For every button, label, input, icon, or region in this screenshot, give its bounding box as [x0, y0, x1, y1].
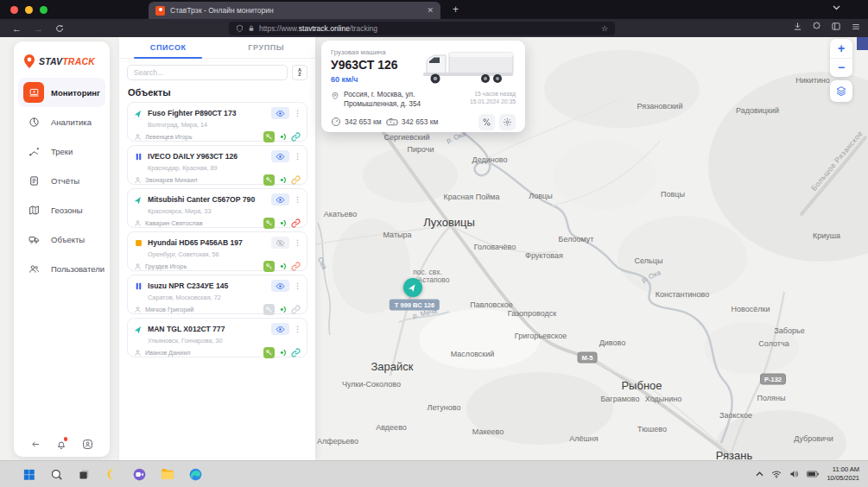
vehicle-list-panel: СПИСОК ГРУППЫ AZ Объекты Fuso Fighter Р8… [119, 37, 315, 460]
sidebar-item-monitoring[interactable]: Мониторинг [18, 78, 105, 107]
search-input[interactable] [127, 65, 288, 80]
more-menu-icon[interactable]: ⋮ [294, 195, 301, 204]
sidebar-item-objects[interactable]: Объекты [18, 225, 105, 254]
bookmark-star-icon[interactable]: ☆ [601, 24, 608, 33]
tab-groups[interactable]: ГРУППЫ [218, 37, 316, 58]
vehicle-marker[interactable] [403, 278, 422, 297]
engine-km-stat: 342 653 км [386, 117, 439, 127]
ignition-icon[interactable] [278, 175, 288, 185]
tracking-shield-icon[interactable] [236, 24, 244, 33]
ignition-icon[interactable] [278, 305, 288, 314]
maximize-window-button[interactable] [40, 6, 48, 14]
sidebar-item-geozones[interactable]: Геозоны [18, 195, 105, 225]
connection-link-icon[interactable] [291, 218, 301, 228]
video-call-app-icon[interactable] [133, 468, 146, 481]
map-label: Солотча [758, 339, 789, 348]
vehicle-address: Оренбург, Советская, 56 [148, 250, 301, 258]
visibility-toggle-eye-icon[interactable] [271, 150, 289, 162]
visibility-toggle-eye-icon[interactable] [271, 107, 289, 119]
vehicle-card[interactable]: Fuso Fighter Р890СТ 173 ⋮ Волгоград, Мир… [127, 102, 307, 142]
collapse-sidebar-button[interactable] [30, 440, 41, 449]
more-menu-icon[interactable]: ⋮ [294, 238, 301, 247]
close-window-button[interactable] [10, 6, 18, 14]
vehicle-address: Россия, г. Москва, ул.Промышленная, д. 3… [344, 90, 466, 109]
window-controls[interactable] [10, 6, 48, 14]
connection-link-icon[interactable] [291, 348, 301, 357]
visibility-toggle-eye-icon[interactable] [271, 237, 289, 249]
battery-icon[interactable] [807, 471, 819, 478]
notifications-bell-icon[interactable] [56, 439, 67, 450]
section-title: Объекты [119, 85, 315, 102]
connection-link-icon[interactable] [291, 262, 301, 271]
volume-icon[interactable] [789, 470, 799, 478]
tray-chevron-icon[interactable] [756, 471, 763, 477]
downloads-button[interactable] [793, 22, 802, 31]
ignition-icon[interactable] [278, 218, 288, 228]
task-view-icon[interactable] [78, 468, 91, 481]
key-icon[interactable] [263, 304, 275, 315]
tab-close-icon[interactable]: ✕ [427, 6, 434, 15]
connection-link-icon[interactable] [291, 132, 301, 142]
sidebar-item-reports[interactable]: Отчёты [18, 166, 105, 195]
sidebar-item-tracks[interactable]: Треки [18, 136, 105, 166]
file-explorer-icon[interactable] [161, 468, 174, 480]
moon-app-icon[interactable] [105, 468, 118, 481]
ignition-icon[interactable] [278, 262, 288, 271]
more-menu-icon[interactable]: ⋮ [294, 281, 301, 290]
back-button[interactable]: ← [12, 23, 22, 34]
browser-tab[interactable]: СтавТрэк - Онлайн мониторин ✕ [149, 2, 440, 19]
vehicle-card[interactable]: Isuzu NPR С234УЕ 145 ⋮ Саратов, Московск… [127, 275, 307, 314]
map-label: Дубровичи [794, 434, 833, 443]
key-icon[interactable] [263, 131, 275, 142]
visibility-toggle-eye-icon[interactable] [271, 280, 289, 292]
url-bar[interactable]: https://www.stavtrack.online/tracking ☆ [229, 22, 615, 35]
tab-list[interactable]: СПИСОК [119, 37, 218, 58]
key-icon[interactable] [263, 218, 275, 229]
taskbar-clock[interactable]: 11:00 AM10/05/2021 [827, 465, 859, 483]
new-tab-button[interactable]: + [453, 3, 459, 16]
map-label: Сельцы [635, 256, 663, 265]
driver-icon [134, 262, 142, 270]
vehicle-name: Mitsubishi Canter С567ОР 790 [148, 195, 267, 204]
connection-link-icon[interactable] [291, 305, 301, 314]
notification-dot [64, 437, 68, 441]
zoom-in-button[interactable]: + [830, 39, 852, 59]
sidebar-toggle-icon[interactable] [831, 22, 841, 31]
key-icon[interactable] [263, 261, 275, 272]
map-label: Головачёво [474, 243, 516, 251]
search-taskbar-icon[interactable] [50, 468, 63, 481]
sensors-button[interactable] [478, 114, 495, 130]
edge-browser-icon[interactable] [189, 468, 202, 481]
more-menu-icon[interactable]: ⋮ [294, 325, 301, 333]
forward-button[interactable]: → [34, 23, 43, 34]
key-icon[interactable] [263, 347, 275, 358]
wifi-icon[interactable] [771, 471, 782, 478]
account-button[interactable] [82, 439, 93, 450]
zoom-out-button[interactable]: − [830, 59, 852, 78]
more-menu-icon[interactable]: ⋮ [294, 109, 301, 117]
visibility-toggle-eye-icon[interactable] [271, 323, 289, 335]
sort-az-button[interactable]: AZ [292, 65, 307, 80]
vehicle-card[interactable]: IVECO DAILY У963СТ 126 ⋮ Краснодар, Крас… [127, 145, 307, 185]
map-canvas[interactable]: Сергиевскийр. ОкаПирочиДединовоНикитиноР… [0, 37, 868, 460]
ignition-icon[interactable] [278, 348, 288, 357]
minimize-window-button[interactable] [25, 6, 33, 14]
vehicle-card[interactable]: MAN TGL Х012СТ 777 ⋮ Ульяновск, Гончаров… [127, 318, 307, 357]
tab-list-chevron-icon[interactable] [833, 5, 840, 10]
more-menu-icon[interactable]: ⋮ [294, 152, 301, 161]
vehicle-address: Красноярск, Мира, 33 [148, 207, 301, 215]
settings-button[interactable] [499, 114, 516, 130]
vehicle-card[interactable]: Hyundai HD65 Р456АВ 197 ⋮ Оренбург, Сове… [127, 231, 307, 271]
connection-link-icon[interactable] [291, 175, 301, 185]
ignition-icon[interactable] [278, 132, 288, 142]
key-icon[interactable] [263, 174, 275, 186]
reload-button[interactable] [55, 24, 64, 33]
extensions-icon[interactable] [812, 22, 821, 31]
visibility-toggle-eye-icon[interactable] [271, 193, 289, 206]
sidebar-item-users[interactable]: Пользователи [18, 254, 105, 283]
sidebar-item-analytics[interactable]: Аналитика [18, 107, 105, 136]
vehicle-card[interactable]: Mitsubishi Canter С567ОР 790 ⋮ Красноярс… [127, 188, 307, 228]
menu-hamburger-icon[interactable] [851, 22, 861, 31]
map-layers-button[interactable] [830, 80, 852, 102]
start-button[interactable] [22, 468, 35, 481]
